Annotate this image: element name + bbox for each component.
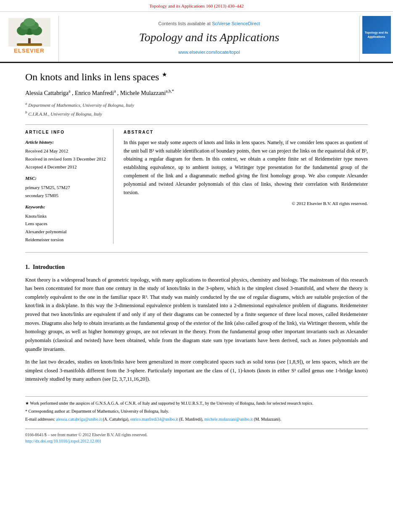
intro-heading: 1. Introduction xyxy=(25,263,368,271)
keywords-list: Knots/links Lens spaces Alexander polyno… xyxy=(25,212,107,244)
top-bar: Topology and its Applications 160 (2013)… xyxy=(0,0,393,12)
received-date: Received 24 May 2012 xyxy=(25,147,107,155)
accepted-date: Accepted 4 December 2012 xyxy=(25,163,107,171)
svg-rect-8 xyxy=(17,43,42,46)
msc-primary: primary 57M25, 57M27 xyxy=(25,184,107,192)
keyword-4: Reidemeister torsion xyxy=(25,236,107,244)
intro-paragraph-1: Knot theory is a widespread branch of ge… xyxy=(25,276,368,354)
journal-url-link[interactable]: www.elsevier.com/locate/topol xyxy=(178,50,240,55)
abstract-label: ABSTRACT xyxy=(124,129,368,135)
article-dates: Received 24 May 2012 Received in revised… xyxy=(25,147,107,171)
doi-line: http://dx.doi.org/10.1016/j.topol.2012.1… xyxy=(25,438,368,444)
keywords-section: Keywords: Knots/links Lens spaces Alexan… xyxy=(25,203,107,243)
footnote-emails: E-mail addresses: alessia.cattabriga@uni… xyxy=(25,416,368,423)
journal-title: Topology and its Applications xyxy=(139,29,280,46)
email-2-link[interactable]: enrico.manfredi34@unibo.it xyxy=(130,417,178,421)
divider-mid xyxy=(25,252,368,253)
author2-name: , Enrico Manfredi xyxy=(72,90,114,96)
divider-top xyxy=(25,124,368,125)
contents-line: Contents lists available at SciVerse Sci… xyxy=(158,20,260,27)
article-info-column: ARTICLE INFO Article history: Received 2… xyxy=(25,129,113,244)
msc-label: MSC: xyxy=(25,175,107,182)
affiliation-a: a Department of Mathematics, University … xyxy=(25,100,368,109)
cover-title: Topology and its Applications xyxy=(364,31,389,38)
footnote-area: ★ Work performed under the auspices of G… xyxy=(25,396,368,423)
doi-link[interactable]: http://dx.doi.org/10.1016/j.topol.2012.1… xyxy=(25,439,101,443)
cover-image: Topology and its Applications xyxy=(362,16,391,54)
introduction-section: 1. Introduction Knot theory is a widespr… xyxy=(25,263,368,384)
footnote-star-text: ★ Work performed under the auspices of G… xyxy=(25,401,313,406)
article-title: On knots and links in lens spaces ★ xyxy=(25,71,368,84)
affiliation-b: b C.I.R.A.M., University of Bologna, Ita… xyxy=(25,109,368,118)
footnote-corresponding: * Corresponding author at: Department of… xyxy=(25,408,368,415)
msc-section: MSC: primary 57M25, 57M27 secondary 57M0… xyxy=(25,175,107,199)
title-star: ★ xyxy=(162,71,167,78)
revised-date: Received in revised form 3 December 2012 xyxy=(25,155,107,163)
authors-line: Alessia Cattabrigaa , Enrico Manfredia ,… xyxy=(25,88,368,97)
affiliations: a Department of Mathematics, University … xyxy=(25,100,368,118)
bottom-bar: 0166-8641/$ – see front matter © 2012 El… xyxy=(25,429,368,444)
abstract-text: In this paper we study some aspects of k… xyxy=(124,139,368,197)
keyword-3: Alexander polynomial xyxy=(25,228,107,236)
article-body: On knots and links in lens spaces ★ Ales… xyxy=(0,63,393,453)
author3-name: , Michele Mulazzani xyxy=(117,90,166,96)
keyword-1: Knots/links xyxy=(25,212,107,220)
contents-text: Contents lists available at xyxy=(158,21,211,26)
svg-rect-1 xyxy=(28,38,31,44)
journal-cover-thumbnail: Topology and its Applications xyxy=(359,16,393,62)
journal-center: Contents lists available at SciVerse Sci… xyxy=(59,16,359,62)
author1-name: Alessia Cattabriga xyxy=(25,90,69,96)
email-1-name: (A. Cattabriga), xyxy=(103,417,129,421)
journal-url: www.elsevier.com/locate/topol xyxy=(178,49,240,56)
msc-secondary: secondary 57M05 xyxy=(25,192,107,200)
article-history-label: Article history: xyxy=(25,139,107,146)
intro-number: 1. xyxy=(25,264,30,270)
keyword-2: Lens spaces xyxy=(25,220,107,228)
intro-paragraph-2: In the last two decades, studies on knot… xyxy=(25,358,368,384)
elsevier-wordmark: ELSEVIER xyxy=(14,47,44,55)
elsevier-logo-section: ELSEVIER xyxy=(0,16,59,62)
intro-title: Introduction xyxy=(33,264,65,270)
article-info-abstract: ARTICLE INFO Article history: Received 2… xyxy=(25,129,368,244)
email-2-name: (E. Manfredi), xyxy=(179,417,203,421)
email-3-name: (M. Mulazzani). xyxy=(254,417,281,421)
copyright-line: © 2012 Elsevier B.V. All rights reserved… xyxy=(124,200,368,207)
article-info-label: ARTICLE INFO xyxy=(25,129,107,135)
svg-point-7 xyxy=(24,18,35,26)
abstract-column: ABSTRACT In this paper we study some asp… xyxy=(124,129,368,244)
email-label: E-mail addresses: xyxy=(25,417,55,421)
email-1-link[interactable]: alessia.cattabriga@unibo.it xyxy=(56,417,102,421)
author1-sup: a xyxy=(69,89,70,93)
sciverse-link[interactable]: SciVerse ScienceDirect xyxy=(212,21,260,26)
footnote-star: ★ Work performed under the auspices of G… xyxy=(25,400,368,407)
author2-sup: a xyxy=(114,89,116,93)
footnote-corresponding-text: * Corresponding author at: Department of… xyxy=(25,409,169,413)
article-title-text: On knots and links in lens spaces xyxy=(25,71,159,82)
author3-sup: a,b,* xyxy=(166,89,174,93)
journal-header: ELSEVIER Contents lists available at Sci… xyxy=(0,12,393,63)
keywords-label: Keywords: xyxy=(25,203,107,211)
journal-citation: Topology and its Applications 160 (2013)… xyxy=(149,3,244,8)
email-3-link[interactable]: michele.mulazzani@unibo.it xyxy=(204,417,253,421)
elsevier-tree-logo xyxy=(8,18,50,47)
issn-line: 0166-8641/$ – see front matter © 2012 El… xyxy=(25,432,368,438)
